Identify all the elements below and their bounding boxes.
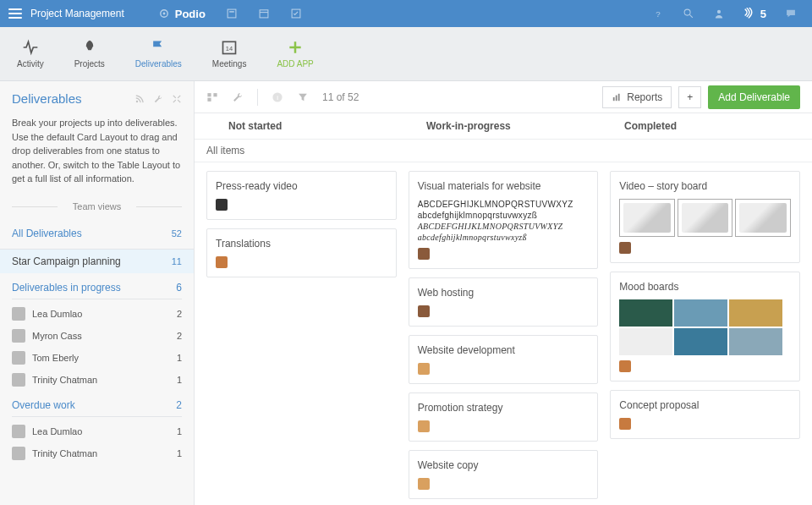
person-count: 1: [177, 448, 182, 458]
content-area: i 11 of 52 Reports + Add Deliverable Not…: [195, 81, 812, 505]
card-preview-storyboard: [619, 199, 791, 237]
svg-rect-20: [616, 95, 617, 101]
view-label: Star Campaign planning: [12, 255, 121, 267]
broadcast-icon: [743, 8, 755, 19]
card-title: Concept proposal: [619, 399, 791, 411]
person-count: 1: [177, 353, 182, 363]
view-all-deliverables[interactable]: All Deliverables 52: [12, 222, 182, 245]
person-row[interactable]: Tom Eberly1: [12, 347, 182, 369]
card-avatar: [418, 363, 430, 375]
all-items-row[interactable]: All items: [195, 140, 812, 162]
app-activity[interactable]: Activity: [17, 39, 44, 69]
kanban-card[interactable]: Visual materials for website ABCDEFGHIJK…: [409, 171, 599, 269]
app-meetings-label: Meetings: [212, 59, 247, 69]
top-bar: Project Management Podio ? 5: [0, 0, 812, 27]
notifications-count: 5: [760, 8, 766, 20]
svg-text:i: i: [277, 93, 278, 101]
expand-icon[interactable]: [172, 94, 182, 104]
brand-logo[interactable]: Podio: [158, 8, 206, 20]
kanban-card[interactable]: Website copy: [409, 450, 599, 499]
help-icon[interactable]: ?: [652, 8, 664, 19]
app-projects[interactable]: Projects: [74, 39, 105, 69]
person-count: 2: [177, 331, 182, 341]
kanban-card[interactable]: Concept proposal: [610, 390, 800, 439]
brand-label: Podio: [175, 8, 206, 20]
svg-rect-19: [613, 97, 615, 101]
section-title: Deliverables in progress: [12, 282, 121, 294]
kanban-card[interactable]: Website development: [409, 335, 599, 384]
filter-icon[interactable]: [297, 91, 309, 103]
reports-button[interactable]: Reports: [602, 86, 672, 108]
item-count: 11 of 52: [322, 91, 359, 103]
calendar-top-icon[interactable]: [258, 8, 270, 19]
section-in-progress[interactable]: Deliverables in progress 6: [12, 273, 182, 299]
view-star-campaign[interactable]: Star Campaign planning 11: [0, 250, 194, 273]
kanban-card[interactable]: Video – story board: [610, 171, 800, 263]
kanban-card[interactable]: Promotion strategy: [409, 392, 599, 442]
person-row[interactable]: Trinity Chatman1: [12, 369, 182, 391]
column-wip: Visual materials for website ABCDEFGHIJK…: [409, 171, 599, 499]
workspace-title[interactable]: Project Management: [30, 8, 124, 19]
person-name: Trinity Chatman: [32, 448, 97, 458]
section-count: 6: [176, 282, 182, 294]
card-avatar: [418, 478, 430, 490]
svg-rect-3: [229, 11, 234, 12]
content-toolbar: i 11 of 52 Reports + Add Deliverable: [195, 81, 812, 113]
column-header: Not started: [206, 120, 404, 132]
card-avatar: [216, 256, 228, 268]
card-preview-typography: ABCDEFGHIJKLMNOPQRSTUVWXYZ abcdefghijklm…: [418, 199, 590, 243]
person-name: Lea Dumlao: [32, 309, 82, 319]
kanban-card[interactable]: Press-ready video: [206, 171, 397, 220]
layout-card-icon[interactable]: [206, 91, 218, 103]
settings-toolbar-icon[interactable]: [232, 91, 244, 103]
card-preview-moodboard: [619, 299, 791, 355]
person-row[interactable]: Lea Dumlao1: [12, 420, 182, 442]
card-avatar: [619, 360, 631, 372]
info-icon[interactable]: i: [272, 91, 283, 103]
view-count: 52: [172, 228, 182, 239]
pulse-icon: [22, 39, 39, 56]
add-deliverable-button[interactable]: Add Deliverable: [708, 85, 800, 109]
column-completed: Video – story board Mood boards Concept …: [610, 171, 800, 499]
app-deliverables[interactable]: Deliverables: [135, 39, 182, 69]
person-name: Tom Eberly: [32, 353, 79, 363]
team-views-header: Team views: [12, 201, 182, 211]
profile-icon[interactable]: [713, 8, 725, 19]
section-overdue[interactable]: Overdue work 2: [12, 391, 182, 417]
kanban-card[interactable]: Translations: [206, 228, 397, 277]
menu-icon[interactable]: [8, 7, 22, 20]
reports-label: Reports: [627, 91, 662, 103]
add-app[interactable]: ADD APP: [277, 39, 313, 69]
person-count: 1: [177, 426, 182, 436]
app-projects-label: Projects: [74, 59, 105, 69]
rss-icon[interactable]: [134, 94, 145, 104]
person-row[interactable]: Lea Dumlao2: [12, 303, 182, 325]
card-avatar: [619, 242, 631, 254]
podio-icon: [158, 8, 170, 19]
rocket-icon: [81, 39, 98, 56]
app-meetings[interactable]: 14 Meetings: [212, 39, 247, 69]
card-title: Press-ready video: [216, 180, 387, 192]
person-row[interactable]: Trinity Chatman1: [12, 442, 182, 464]
chat-icon[interactable]: [785, 8, 797, 19]
person-row[interactable]: Myron Cass2: [12, 325, 182, 347]
sidebar-title[interactable]: Deliverables: [12, 91, 82, 106]
card-avatar: [418, 305, 430, 317]
app-bar: Activity Projects Deliverables 14 Meetin…: [0, 27, 812, 81]
activity-stream-icon[interactable]: [226, 8, 238, 19]
person-name: Trinity Chatman: [32, 375, 97, 385]
tasks-top-icon[interactable]: [290, 8, 302, 19]
calendar-icon: 14: [221, 39, 238, 56]
svg-rect-15: [213, 93, 217, 96]
wrench-icon[interactable]: [153, 94, 163, 104]
add-widget-button[interactable]: +: [678, 86, 701, 108]
notifications[interactable]: 5: [743, 8, 766, 20]
person-count: 2: [177, 309, 182, 319]
card-title: Mood boards: [619, 281, 791, 293]
kanban-card[interactable]: Web hosting: [409, 277, 599, 327]
search-icon[interactable]: [683, 8, 694, 19]
sidebar: Deliverables Break your projects up into…: [0, 81, 195, 505]
kanban-card[interactable]: Mood boards: [610, 272, 800, 381]
card-title: Website copy: [418, 459, 590, 471]
card-title: Web hosting: [418, 287, 590, 299]
